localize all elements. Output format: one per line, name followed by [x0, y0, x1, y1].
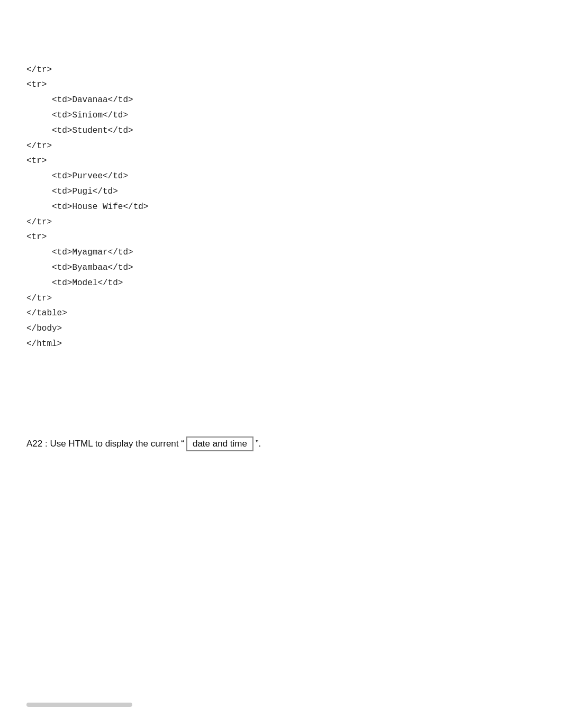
code-line: </tr> [26, 62, 536, 78]
code-block: </tr><tr><td>Davanaa</td><td>Siniom</td>… [26, 32, 536, 352]
code-line: <td>Siniom</td> [26, 108, 536, 123]
code-line: <td>Myagmar</td> [26, 245, 536, 260]
code-line: </tr> [26, 215, 536, 230]
code-line: </table> [26, 306, 536, 321]
code-line: </html> [26, 336, 536, 352]
code-line: <tr> [26, 77, 536, 93]
question-highlight: date and time [186, 436, 253, 451]
code-line: <td>Purvee</td> [26, 169, 536, 184]
bottom-bar [26, 703, 132, 707]
spacer [26, 352, 536, 415]
question-line: A22 : Use HTML to display the current “ … [26, 436, 536, 451]
code-line: <tr> [26, 153, 536, 169]
code-line: </tr> [26, 139, 536, 154]
code-line: <td>House Wife</td> [26, 199, 536, 215]
code-line: <td>Davanaa</td> [26, 93, 536, 108]
code-line: <td>Byambaa</td> [26, 260, 536, 276]
code-line: <tr> [26, 230, 536, 245]
code-line: <td>Pugi</td> [26, 184, 536, 199]
question-suffix: ”. [256, 439, 261, 449]
question-prefix: A22 : Use HTML to display the current “ [26, 439, 184, 449]
code-line: </tr> [26, 291, 536, 306]
code-line: </body> [26, 321, 536, 336]
code-line: <td>Model</td> [26, 276, 536, 291]
code-line: <td>Student</td> [26, 123, 536, 139]
